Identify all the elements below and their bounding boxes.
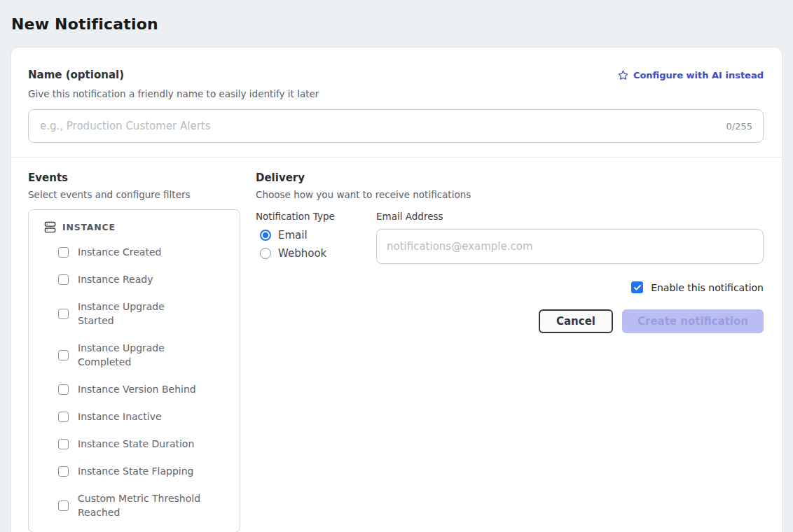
- delivery-description: Choose how you want to receive notificat…: [256, 189, 764, 200]
- event-checkbox-row[interactable]: Instance Created: [58, 245, 230, 259]
- notification-type-option-email[interactable]: Email: [260, 229, 376, 241]
- checkbox-unchecked-icon[interactable]: [58, 439, 69, 449]
- radio-option-label: Webhook: [278, 247, 326, 260]
- new-notification-card: Name (optional) Configure with AI instea…: [11, 48, 782, 532]
- event-label: Custom Metric Threshold Reached: [78, 491, 202, 519]
- configure-with-ai-link[interactable]: Configure with AI instead: [618, 70, 764, 80]
- email-address-label: Email Address: [376, 211, 764, 222]
- email-address-input[interactable]: [376, 229, 764, 264]
- event-label: Instance State Flapping: [78, 464, 193, 478]
- delivery-title: Delivery: [256, 172, 764, 184]
- event-checkbox-row[interactable]: Instance Inactive: [58, 410, 230, 424]
- name-field-description: Give this notification a friendly name t…: [28, 88, 764, 99]
- checkbox-unchecked-icon[interactable]: [58, 309, 69, 319]
- event-label: Instance Upgrade Completed: [78, 341, 202, 369]
- create-notification-button[interactable]: Create notification: [622, 309, 764, 333]
- events-section: Events Select events and configure filte…: [28, 172, 240, 532]
- checkbox-unchecked-icon[interactable]: [58, 247, 69, 258]
- checkbox-unchecked-icon[interactable]: [58, 500, 69, 511]
- radio-unselected-icon[interactable]: [260, 248, 271, 259]
- event-group-header: INSTANCE: [44, 221, 230, 233]
- event-checkbox-row[interactable]: Instance Ready: [58, 272, 230, 286]
- events-title: Events: [28, 172, 240, 184]
- event-checkbox-row[interactable]: Custom Metric Threshold Reached: [58, 491, 230, 519]
- delivery-section: Delivery Choose how you want to receive …: [256, 172, 764, 532]
- checkbox-unchecked-icon[interactable]: [58, 384, 69, 395]
- checkbox-unchecked-icon[interactable]: [58, 466, 69, 477]
- event-label: Instance Version Behind: [78, 382, 196, 396]
- char-counter: 0/255: [726, 121, 752, 132]
- radio-option-label: Email: [278, 229, 308, 241]
- checkbox-unchecked-icon[interactable]: [58, 274, 69, 285]
- event-label: Instance Inactive: [78, 410, 162, 424]
- checkbox-checked-icon[interactable]: [631, 281, 643, 293]
- event-checkbox-row[interactable]: Instance State Flapping: [58, 464, 230, 478]
- name-input[interactable]: [28, 109, 764, 143]
- event-label: Instance Upgrade Started: [78, 300, 202, 328]
- cancel-button[interactable]: Cancel: [539, 309, 613, 333]
- event-checkbox-row[interactable]: Instance Upgrade Completed: [58, 341, 230, 369]
- notification-type-options: EmailWebhook: [256, 229, 376, 260]
- checkbox-unchecked-icon[interactable]: [58, 412, 69, 422]
- server-icon: [44, 221, 56, 233]
- events-groups: INSTANCEInstance CreatedInstance ReadyIn…: [44, 221, 230, 532]
- events-list-panel[interactable]: INSTANCEInstance CreatedInstance ReadyIn…: [28, 209, 240, 532]
- event-label: Instance State Duration: [78, 437, 194, 451]
- name-section: Name (optional) Configure with AI instea…: [11, 48, 782, 157]
- name-field-label: Name (optional): [28, 69, 124, 81]
- event-checkbox-row[interactable]: Instance Upgrade Started: [58, 300, 230, 328]
- enable-notification-label: Enable this notification: [651, 282, 764, 293]
- star-icon: [618, 70, 628, 80]
- enable-notification-row[interactable]: Enable this notification: [256, 281, 764, 293]
- event-checkbox-row[interactable]: Instance State Duration: [58, 437, 230, 451]
- event-label: Instance Ready: [78, 272, 153, 286]
- radio-selected-icon[interactable]: [260, 230, 271, 241]
- notification-type-option-webhook[interactable]: Webhook: [260, 247, 376, 260]
- page-title: New Notification: [0, 0, 793, 33]
- configure-with-ai-label: Configure with AI instead: [633, 70, 764, 80]
- event-label: Instance Created: [78, 245, 161, 259]
- events-description: Select events and configure filters: [28, 189, 240, 200]
- checkbox-unchecked-icon[interactable]: [58, 350, 69, 360]
- notification-type-label: Notification Type: [256, 211, 376, 222]
- event-group-label: INSTANCE: [62, 222, 116, 232]
- event-checkbox-row[interactable]: Instance Version Behind: [58, 382, 230, 396]
